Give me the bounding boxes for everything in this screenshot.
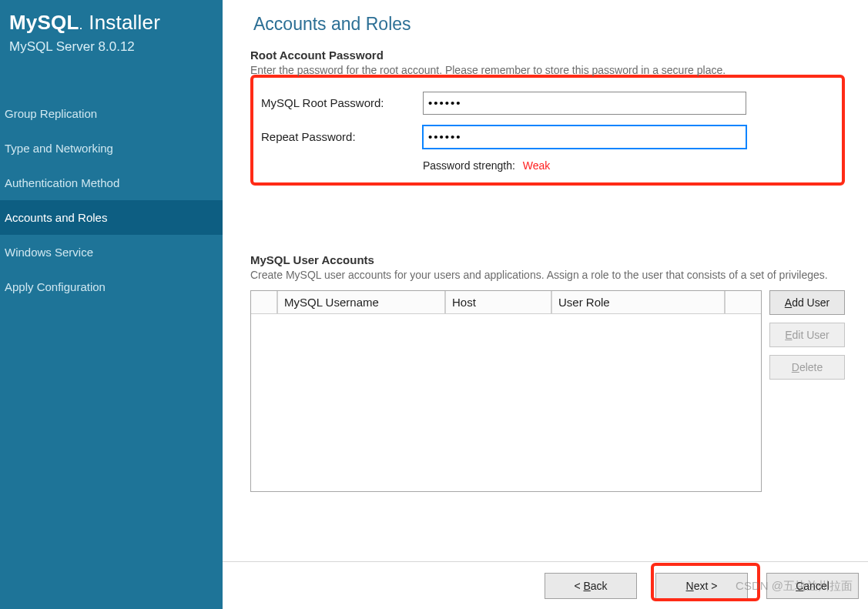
root-password-section: Root Account Password Enter the password… <box>250 49 845 186</box>
sidebar-item-group-replication[interactable]: Group Replication <box>0 96 223 131</box>
sidebar-item-apply-configuration[interactable]: Apply Configuration <box>0 269 223 304</box>
sidebar-item-authentication-method[interactable]: Authentication Method <box>0 166 223 200</box>
root-password-input[interactable] <box>423 92 746 115</box>
root-password-label: MySQL Root Password: <box>261 96 423 109</box>
back-button[interactable]: < Back <box>545 573 637 599</box>
edit-user-button: Edit User <box>769 323 845 347</box>
repeat-password-label: Repeat Password: <box>261 130 423 143</box>
password-strength-value: Weak <box>523 159 551 172</box>
sidebar-item-windows-service[interactable]: Windows Service <box>0 235 223 269</box>
sidebar-item-type-and-networking[interactable]: Type and Networking <box>0 131 223 166</box>
next-button[interactable]: Next > <box>655 573 748 599</box>
user-accounts-table[interactable]: MySQL Username Host User Role <box>250 290 762 492</box>
sidebar-subtitle: MySQL Server 8.0.12 <box>9 39 213 55</box>
sidebar: MySQL. Installer MySQL Server 8.0.12 Gro… <box>0 0 223 609</box>
password-highlight-box: MySQL Root Password: Repeat Password: Pa… <box>250 75 845 186</box>
col-spacer <box>251 291 277 314</box>
col-username[interactable]: MySQL Username <box>277 291 445 314</box>
repeat-password-input[interactable] <box>423 125 746 149</box>
col-role[interactable]: User Role <box>551 291 725 314</box>
page-title: Accounts and Roles <box>253 14 845 35</box>
accounts-heading: MySQL User Accounts <box>250 253 845 266</box>
logo-installer: Installer <box>89 11 160 34</box>
col-host[interactable]: Host <box>445 291 551 314</box>
root-heading: Root Account Password <box>250 49 845 62</box>
col-extra <box>725 291 761 314</box>
delete-user-button: Delete <box>769 355 845 380</box>
password-strength-label: Password strength: <box>423 159 515 172</box>
table-header: MySQL Username Host User Role <box>251 291 761 314</box>
sidebar-header: MySQL. Installer MySQL Server 8.0.12 <box>0 0 223 61</box>
user-accounts-section: MySQL User Accounts Create MySQL user ac… <box>250 253 845 609</box>
sidebar-item-accounts-and-roles[interactable]: Accounts and Roles <box>0 200 223 235</box>
password-strength-row: Password strength: Weak <box>423 159 834 172</box>
main-panel: Accounts and Roles Root Account Password… <box>223 0 868 609</box>
logo: MySQL. Installer <box>9 11 213 35</box>
add-user-button[interactable]: Add User <box>769 290 845 315</box>
sidebar-items: Group Replication Type and Networking Au… <box>0 96 223 304</box>
cancel-button[interactable]: Cancel <box>766 573 859 599</box>
logo-mysql: MySQL <box>9 11 79 34</box>
accounts-desc: Create MySQL user accounts for your user… <box>250 268 845 283</box>
footer: < Back Next > Cancel <box>223 561 868 609</box>
